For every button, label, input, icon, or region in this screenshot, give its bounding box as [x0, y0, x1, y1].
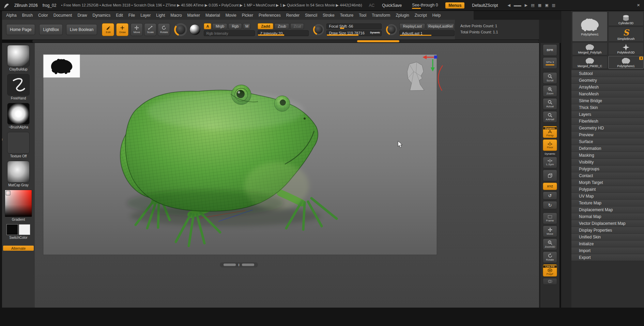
menu-brush[interactable]: Brush	[19, 12, 35, 19]
tool-section-fibermesh[interactable]: FiberMesh	[571, 118, 644, 125]
zscript-scrub-icon[interactable]: ▬▬	[514, 3, 521, 7]
tool-section-polypaint[interactable]: Polypaint	[571, 186, 644, 193]
menus-button[interactable]: Menus	[445, 2, 464, 9]
a-toggle[interactable]: A	[204, 23, 211, 29]
tool-section-preview[interactable]: Preview	[571, 131, 644, 138]
tool-section-displacement-map[interactable]: Displacement Map	[571, 206, 644, 213]
current-brush[interactable]: ClayBuildup	[7, 45, 30, 71]
live-boolean-button[interactable]: Live Boolean	[66, 24, 97, 35]
tool-section-texture-map[interactable]: Texture Map	[571, 200, 644, 206]
tool-section-subtool[interactable]: Subtool	[571, 70, 644, 77]
tool-section-surface[interactable]: Surface	[571, 138, 644, 145]
tool-section-thick-skin[interactable]: Thick Skin	[571, 104, 644, 111]
bpr-button[interactable]: BPR	[543, 44, 557, 56]
persp-button[interactable]: Dynamic Persp	[543, 126, 557, 138]
tool-section-morph-target[interactable]: Morph Target	[571, 179, 644, 186]
aahalf-button[interactable]: AAHalf	[543, 111, 557, 123]
scroll-arrows[interactable]: ▲▼	[238, 263, 240, 267]
draw-size-slider[interactable]: Draw Size 119.78716Dynamic	[326, 30, 382, 36]
menu-marker[interactable]: Marker	[185, 12, 203, 19]
active-tool-thumb[interactable]: PolySphere1	[572, 12, 608, 42]
canvas-scrollbar[interactable]: ▲▼	[220, 262, 258, 267]
stroke-falloff-icon[interactable]	[386, 24, 397, 35]
alternate-button[interactable]: Alternate	[3, 246, 34, 251]
document-canvas[interactable]: ▲▼	[35, 43, 539, 308]
rgb-intensity-slider[interactable]: Rgb Intensity	[204, 30, 255, 36]
frame-button[interactable]: Frame	[543, 213, 557, 224]
zoom-button[interactable]: Zoom	[543, 85, 557, 97]
move-camera-button[interactable]: Move	[543, 226, 557, 237]
secondary-color-swatch[interactable]	[19, 224, 30, 235]
default-zscript-button[interactable]: DefaultZScript	[469, 2, 501, 9]
layout-panel-a-icon[interactable]: ▤	[531, 3, 534, 7]
spix-slider[interactable]: SPix 3	[543, 57, 557, 69]
menu-file[interactable]: File	[126, 12, 138, 19]
zsub-toggle[interactable]: Zsub	[274, 23, 289, 29]
tool-thumb-merged-polysph[interactable]: Merged_PolySph	[572, 42, 608, 55]
mrgb-toggle[interactable]: Mrgb	[212, 23, 227, 29]
tool-thumb-polysphere1[interactable]: 3 PolySphere1	[608, 56, 644, 69]
menu-stroke[interactable]: Stroke	[320, 12, 337, 19]
color-selector[interactable]	[6, 191, 10, 195]
zoom3d-button[interactable]: Zoom3D	[543, 238, 557, 250]
menu-tool[interactable]: Tool	[356, 12, 369, 19]
close-icon[interactable]: ×	[635, 2, 641, 8]
brush-thumbnail[interactable]	[7, 45, 30, 67]
menu-material[interactable]: Material	[203, 12, 223, 19]
menu-light[interactable]: Light	[153, 12, 168, 19]
alpha-thumbnail[interactable]	[7, 103, 30, 125]
current-stroke[interactable]: FreeHand	[7, 74, 30, 100]
tool-thumb-polymesh3d[interactable]: PolyMesh3D	[608, 42, 644, 55]
polyframe-button[interactable]: Line Fill PolyF	[543, 264, 557, 277]
current-alpha[interactable]: ~BrushAlpha	[7, 103, 30, 129]
rgb-toggle[interactable]: Rgb	[228, 23, 242, 29]
menu-movie[interactable]: Movie	[223, 12, 239, 19]
layout-panel-d-icon[interactable]: ▥	[552, 3, 555, 7]
scale-button[interactable]: Scale	[144, 23, 156, 36]
tool-section-initialize[interactable]: Initialize	[571, 240, 644, 247]
menu-render[interactable]: Render	[283, 12, 302, 19]
transp-button[interactable]	[543, 278, 557, 285]
lsym-button[interactable]: L.Sym	[543, 157, 557, 168]
layout-panel-b-icon[interactable]: ▦	[538, 3, 541, 7]
see-through-slider[interactable]: See-through 0	[409, 2, 441, 9]
zscript-prev-icon[interactable]: ◀	[507, 3, 510, 7]
xyz-button[interactable]: XYZ	[543, 183, 557, 190]
spin-cw-icon[interactable]: ↻	[543, 201, 557, 209]
tool-section-masking[interactable]: Masking	[571, 152, 644, 159]
tool-section-export[interactable]: Export	[571, 254, 644, 261]
rotate-button[interactable]: Rotate	[158, 23, 170, 36]
move-button[interactable]: Move	[131, 23, 143, 36]
edit-button[interactable]: Edit	[102, 23, 114, 36]
material-thumbnail[interactable]	[7, 161, 30, 183]
menu-stencil[interactable]: Stencil	[302, 12, 320, 19]
tool-section-vector-displacement-map[interactable]: Vector Displacement Map	[571, 220, 644, 227]
color-picker[interactable]: Gradient	[5, 190, 32, 221]
menu-alpha[interactable]: Alpha	[3, 12, 19, 19]
menu-zscript[interactable]: Zscript	[412, 12, 430, 19]
menu-layer[interactable]: Layer	[138, 12, 153, 19]
zadd-toggle[interactable]: Zadd	[258, 23, 273, 29]
tool-section-nanomesh[interactable]: NanoMesh	[571, 91, 644, 97]
layout-panel-c-icon[interactable]: ▣	[545, 3, 548, 7]
tool-thumb-simplebrush[interactable]: S SimpleBrush	[608, 27, 644, 42]
zscript-next-icon[interactable]: ▶	[525, 3, 527, 7]
z-intensity-slider[interactable]: Z Intensity 20	[258, 30, 309, 36]
tool-section-deformation[interactable]: Deformation	[571, 145, 644, 152]
scroll-button[interactable]: Scroll	[543, 72, 557, 84]
main-color-swatch[interactable]	[6, 224, 18, 235]
menu-draw[interactable]: Draw	[75, 12, 90, 19]
tool-thumb-merged-pm3d[interactable]: Merged_PM3D_C	[572, 56, 608, 69]
tool-section-slime-bridge[interactable]: Slime Bridge	[571, 97, 644, 104]
rotate-camera-button[interactable]: Rotate	[543, 251, 557, 263]
stroke-thumbnail[interactable]	[7, 74, 30, 96]
local-pivot-icon[interactable]	[543, 170, 557, 181]
menu-picker[interactable]: Picker	[239, 12, 256, 19]
replay-last-button[interactable]: ReplayLast	[399, 23, 425, 29]
draw-button[interactable]: Draw	[116, 23, 128, 36]
actual-button[interactable]: Actual	[543, 98, 557, 110]
brush-falloff-icon[interactable]	[174, 23, 187, 36]
tool-thumb-cylinder[interactable]: Cylinder3D	[608, 12, 644, 26]
tool-section-layers[interactable]: Layers	[571, 111, 644, 118]
menu-preferences[interactable]: Preferences	[256, 12, 283, 19]
